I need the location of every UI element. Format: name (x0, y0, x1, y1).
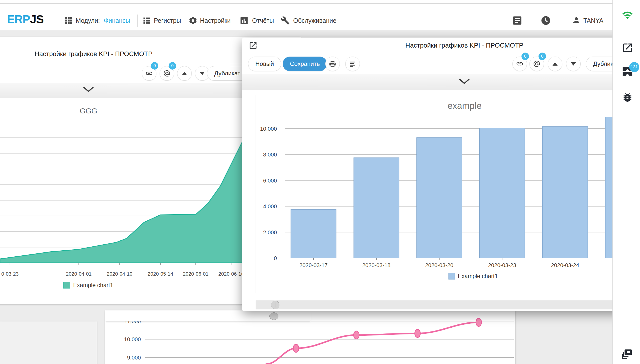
move-down-button[interactable] (566, 57, 581, 71)
nav-modules-label: Модули: (76, 17, 100, 24)
link-count-badge: 0 (521, 53, 529, 60)
nav-divider (137, 15, 138, 27)
triangle-up-icon (182, 72, 187, 75)
scrollbar-handle[interactable] (269, 312, 278, 320)
legend-label: Example chart1 (73, 282, 113, 288)
registers-list-icon (142, 16, 151, 25)
bar (354, 158, 399, 258)
lines-icon (349, 60, 356, 68)
wrench-icon (281, 16, 290, 25)
attach-count-badge: 0 (539, 53, 546, 60)
apps-grid-icon (64, 16, 73, 25)
notes-icon[interactable] (512, 15, 523, 26)
app-root: ERPJS Модули: Финансы Регистры Настройки… (0, 0, 640, 364)
reports-chart-icon (240, 16, 249, 25)
y-label: 2,000 (263, 229, 277, 236)
link-icon (145, 70, 153, 77)
line-series (266, 322, 479, 364)
open-in-new-icon[interactable] (622, 42, 633, 54)
nav-modules-link[interactable]: Финансы (104, 17, 130, 24)
y-label: 9,000 (127, 354, 141, 361)
at-email-icon (533, 60, 541, 68)
area-chart-ggg: 0-03-232020-04-012020-04-102020-05-14202… (0, 135, 244, 304)
window1-title: Настройки графиков KPI - ПРОСМОТР (35, 50, 152, 58)
link-icon (516, 60, 523, 68)
modal-title: Настройки графиков KPI - ПРОСМОТР (242, 42, 640, 49)
x-label: 2020-03-17 (299, 262, 328, 268)
nav-item-maintenance[interactable]: Обслуживание (293, 17, 337, 24)
chart-title: example (448, 101, 482, 111)
app-logo[interactable]: ERPJS (7, 13, 44, 26)
new-button[interactable]: Новый (248, 57, 281, 71)
link-count-badge: 0 (151, 62, 158, 70)
top-hairline (0, 3, 640, 4)
scrollbar-track[interactable] (256, 300, 640, 309)
chart-box: example02,0004,0006,0008,00010,0002020-0… (256, 95, 640, 293)
x-label: 0-03-23 (1, 271, 19, 277)
x-label: 2020-04-01 (66, 271, 91, 277)
chevron-down-icon[interactable] (83, 87, 94, 94)
collapse-band (242, 74, 640, 90)
bar-chart-example: example02,0004,0006,0008,00010,0002020-0… (256, 95, 640, 293)
nav-divider (532, 15, 532, 27)
kpi-window-3: 9,00010,00011,000 (105, 310, 515, 364)
legend-swatch (449, 273, 455, 279)
data-point (415, 329, 420, 337)
y-label: 10,000 (124, 336, 141, 342)
logo-js: JS (30, 13, 44, 26)
y-label: 6,000 (263, 177, 277, 184)
x-label: 2020-06-01 (183, 271, 208, 277)
chart1-title: GGG (73, 107, 103, 115)
x-label: 2020-03-20 (425, 262, 454, 268)
right-sidebar: 131 (612, 0, 640, 364)
bottom-left-panel (0, 321, 97, 364)
print-button[interactable] (325, 57, 340, 71)
nav-divider (561, 15, 561, 27)
x-label: 2020-04-10 (107, 271, 132, 277)
move-up-button[interactable] (177, 66, 192, 81)
y-label: 0 (274, 255, 277, 261)
x-label: 2020-03-18 (362, 262, 391, 268)
divider (242, 53, 640, 53)
pink-window-top-band (105, 310, 311, 321)
x-label: 2020-05-14 (148, 271, 173, 277)
bar (417, 138, 462, 258)
stacked-windows-icon[interactable] (622, 348, 633, 360)
nav-divider (61, 15, 61, 27)
bar (543, 127, 588, 258)
chevron-down-icon[interactable] (459, 79, 470, 86)
gear-icon (188, 16, 197, 25)
wifi-icon (622, 10, 633, 21)
legend-swatch (63, 282, 70, 288)
kpi-modal: Настройки графиков KPI - ПРОСМОТР Новый … (242, 38, 640, 311)
at-email-icon (163, 70, 171, 77)
logo-erp: ERP (7, 13, 30, 26)
inbox-count-badge: 131 (629, 62, 639, 72)
scrollbar-handle[interactable] (271, 301, 279, 309)
clock-icon[interactable] (540, 15, 551, 26)
x-label: 2020-03-24 (551, 262, 579, 268)
y-label: 4,000 (263, 203, 277, 210)
user-name[interactable]: TANYA (583, 17, 603, 24)
save-button[interactable]: Сохранить (283, 57, 327, 71)
legend-label: Example chart1 (458, 273, 498, 279)
bug-icon[interactable] (622, 92, 633, 103)
move-up-button[interactable] (548, 57, 562, 71)
y-label: 8,000 (263, 151, 277, 158)
data-point (476, 318, 481, 326)
triangle-down-icon (200, 72, 205, 75)
printer-icon (329, 60, 336, 68)
nav-item-settings[interactable]: Настройки (200, 17, 231, 24)
area-series (0, 140, 243, 263)
data-point (354, 331, 359, 339)
top-nav: ERPJS Модули: Финансы Регистры Настройки… (0, 0, 612, 30)
nav-item-registers[interactable]: Регистры (154, 17, 181, 24)
menu-list-button[interactable] (345, 57, 360, 71)
data-point (293, 344, 299, 352)
bar (291, 210, 336, 258)
nav-item-reports[interactable]: Отчёты (252, 17, 274, 24)
y-label: 10,000 (260, 126, 277, 132)
person-icon (572, 16, 581, 25)
x-label: 2020-03-23 (488, 262, 516, 268)
triangle-up-icon (553, 62, 558, 66)
